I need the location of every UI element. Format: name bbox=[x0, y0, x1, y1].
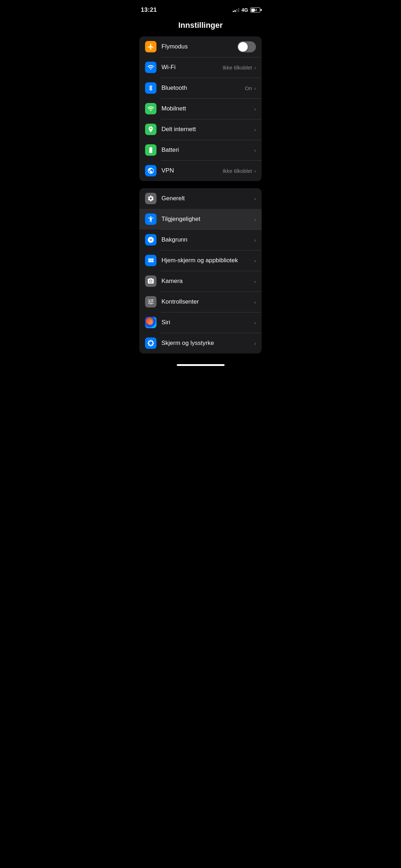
battery-settings-icon bbox=[147, 146, 154, 154]
tilgjengelighet-label: Tilgjengelighet bbox=[161, 216, 254, 223]
tilgjengelighet-chevron: › bbox=[254, 216, 256, 222]
wallpaper-icon bbox=[147, 236, 154, 243]
flymodus-row[interactable]: Flymodus bbox=[139, 36, 262, 57]
kontrollsenter-row[interactable]: Kontrollsenter › bbox=[139, 291, 262, 312]
signal-bar-4 bbox=[238, 8, 239, 12]
wifi-label: Wi-Fi bbox=[161, 64, 222, 71]
bakgrunn-chevron: › bbox=[254, 237, 256, 243]
svg-point-0 bbox=[148, 320, 153, 325]
flymodus-icon-wrapper bbox=[145, 41, 156, 52]
siri-row[interactable]: Siri › bbox=[139, 312, 262, 333]
bakgrunn-row[interactable]: Bakgrunn › bbox=[139, 229, 262, 250]
flymodus-toggle[interactable] bbox=[237, 41, 256, 52]
battery-container: 42 bbox=[250, 7, 260, 12]
kamera-icon-wrapper bbox=[145, 275, 156, 287]
general-group: Generelt › Tilgjengelighet › Bakgrunn › … bbox=[139, 188, 262, 353]
siri-icon bbox=[147, 319, 154, 326]
status-time: 13:21 bbox=[141, 6, 157, 14]
kontrollsenter-chevron: › bbox=[254, 299, 256, 305]
page-title: Innstillinger bbox=[134, 18, 267, 36]
skjerm-chevron: › bbox=[254, 340, 256, 346]
connectivity-group: Flymodus Wi-Fi Ikke tilkoblet › Bluetoot… bbox=[139, 36, 262, 181]
batteri-chevron: › bbox=[254, 147, 256, 153]
kontrollsenter-icon-wrapper bbox=[145, 296, 156, 308]
home-indicator bbox=[177, 364, 225, 366]
brightness-icon bbox=[147, 340, 154, 347]
homescreen-icon bbox=[147, 257, 154, 264]
battery-text: 42 bbox=[251, 8, 260, 12]
bluetooth-label: Bluetooth bbox=[161, 84, 245, 92]
skjerm-icon-wrapper bbox=[145, 337, 156, 349]
bluetooth-icon-wrapper bbox=[145, 82, 156, 94]
delt-internett-chevron: › bbox=[254, 126, 256, 133]
wifi-value: Ikke tilkoblet bbox=[222, 64, 252, 71]
status-bar: 13:21 4G 42 bbox=[134, 0, 267, 18]
batteri-icon-wrapper bbox=[145, 144, 156, 156]
delt-internett-row[interactable]: Delt internett › bbox=[139, 119, 262, 140]
hotspot-icon bbox=[147, 126, 154, 133]
signal-bar-1 bbox=[233, 11, 234, 12]
status-right-icons: 4G 42 bbox=[233, 7, 260, 13]
kontrollsenter-label: Kontrollsenter bbox=[161, 298, 254, 305]
batteri-row[interactable]: Batteri › bbox=[139, 140, 262, 160]
hjem-skjerm-label: Hjem-skjerm og appbibliotek bbox=[161, 257, 254, 264]
bluetooth-icon bbox=[147, 84, 154, 92]
signal-bar-2 bbox=[235, 10, 236, 12]
tilgjengelighet-row[interactable]: Tilgjengelighet › bbox=[139, 209, 262, 229]
hjem-skjerm-chevron: › bbox=[254, 258, 256, 264]
wifi-icon bbox=[147, 64, 154, 71]
bakgrunn-label: Bakgrunn bbox=[161, 236, 254, 243]
battery-icon: 42 bbox=[250, 7, 260, 12]
kamera-row[interactable]: Kamera › bbox=[139, 271, 262, 291]
mobilnett-icon-wrapper bbox=[145, 103, 156, 114]
mobilnett-label: Mobilnett bbox=[161, 105, 254, 112]
bakgrunn-icon-wrapper bbox=[145, 234, 156, 246]
kamera-label: Kamera bbox=[161, 278, 254, 285]
wifi-icon-wrapper bbox=[145, 62, 156, 73]
vpn-icon-wrapper bbox=[145, 165, 156, 176]
skjerm-row[interactable]: Skjerm og lysstyrke › bbox=[139, 333, 262, 353]
mobilnett-chevron: › bbox=[254, 106, 256, 112]
bluetooth-value: On bbox=[245, 85, 252, 91]
vpn-row[interactable]: VPN Ikke tilkoblet › bbox=[139, 160, 262, 181]
siri-label: Siri bbox=[161, 319, 254, 326]
tilgjengelighet-icon-wrapper bbox=[145, 213, 156, 225]
flymodus-label: Flymodus bbox=[161, 43, 237, 50]
wifi-chevron: › bbox=[254, 64, 256, 71]
skjerm-label: Skjerm og lysstyrke bbox=[161, 340, 254, 347]
mobilnett-row[interactable]: Mobilnett › bbox=[139, 98, 262, 119]
globe-icon bbox=[147, 167, 154, 174]
bluetooth-row[interactable]: Bluetooth On › bbox=[139, 78, 262, 98]
generelt-chevron: › bbox=[254, 196, 256, 202]
generelt-label: Generelt bbox=[161, 195, 254, 202]
gear-icon bbox=[147, 195, 154, 202]
bluetooth-chevron: › bbox=[254, 85, 256, 91]
siri-icon-wrapper bbox=[145, 317, 156, 328]
wifi-row[interactable]: Wi-Fi Ikke tilkoblet › bbox=[139, 57, 262, 78]
generelt-row[interactable]: Generelt › bbox=[139, 188, 262, 209]
flymodus-toggle-knob bbox=[238, 42, 248, 52]
kamera-chevron: › bbox=[254, 278, 256, 284]
vpn-label: VPN bbox=[161, 167, 222, 174]
plane-icon bbox=[147, 43, 154, 50]
generelt-icon-wrapper bbox=[145, 193, 156, 204]
camera-icon bbox=[147, 278, 154, 285]
delt-internett-icon-wrapper bbox=[145, 124, 156, 135]
delt-internett-label: Delt internett bbox=[161, 126, 254, 133]
vpn-value: Ikke tilkoblet bbox=[222, 168, 252, 174]
controlcenter-icon bbox=[147, 298, 154, 305]
batteri-label: Batteri bbox=[161, 146, 254, 154]
signal-bars bbox=[233, 8, 239, 12]
hjem-skjerm-row[interactable]: Hjem-skjerm og appbibliotek › bbox=[139, 250, 262, 271]
network-type: 4G bbox=[241, 7, 248, 13]
signal-icon bbox=[147, 105, 154, 112]
home-indicator-area bbox=[134, 361, 267, 369]
signal-bar-3 bbox=[236, 9, 237, 12]
hjem-skjerm-icon-wrapper bbox=[145, 255, 156, 266]
vpn-chevron: › bbox=[254, 168, 256, 174]
accessibility-icon bbox=[147, 216, 154, 223]
siri-chevron: › bbox=[254, 320, 256, 326]
